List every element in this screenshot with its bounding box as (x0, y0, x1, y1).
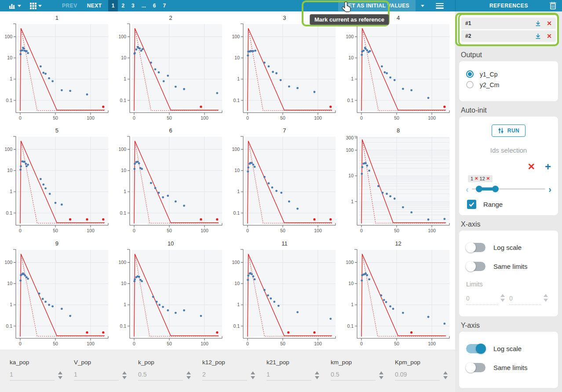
subplot-canvas[interactable]: 300100101050100 (344, 135, 453, 236)
page-button-2[interactable]: 2 (118, 0, 128, 11)
param-spinner[interactable] (315, 371, 319, 379)
xaxis-log-scale-toggle[interactable] (466, 243, 485, 252)
subplot-canvas[interactable]: 1001010.1050100 (3, 135, 111, 236)
subplot-canvas[interactable]: 1001010.1050100 (117, 22, 225, 123)
subplot-1[interactable]: 11001010.1050100 (0, 11, 114, 124)
subplot-canvas[interactable]: 1001010.1050100 (344, 248, 453, 349)
param-spinner[interactable] (186, 371, 191, 379)
param-input[interactable]: 1 (74, 371, 119, 381)
subplot-2[interactable]: 21001010.1050100 (114, 11, 228, 124)
add-selection-icon[interactable]: + (545, 162, 551, 172)
chart-type-button[interactable] (9, 3, 21, 9)
spin-up-icon[interactable] (251, 371, 255, 374)
subplot-canvas[interactable]: 1001010.1050100 (230, 22, 339, 123)
spin-down-icon[interactable] (443, 376, 448, 379)
spin-up-icon[interactable] (315, 371, 319, 374)
page-button-1[interactable]: 1 (108, 0, 118, 11)
xaxis-limit-min-input[interactable]: 0 (466, 295, 498, 305)
param-spinner[interactable] (251, 371, 255, 379)
param-input[interactable]: 2 (202, 371, 247, 381)
spin-up-icon[interactable] (186, 371, 191, 374)
chevron-right-icon[interactable]: › (547, 185, 553, 194)
spin-up-icon[interactable] (544, 294, 548, 297)
spin-down-icon[interactable] (500, 299, 505, 302)
subplot-11[interactable]: 111001010.1050100 (228, 237, 342, 350)
page-button-...[interactable]: ... (138, 0, 150, 11)
subplot-canvas[interactable]: 1001010.1050100 (230, 248, 339, 349)
subplot-9[interactable]: 91001010.1050100 (0, 237, 114, 350)
slider-track[interactable] (472, 188, 546, 190)
set-initial-dropdown-button[interactable] (416, 0, 430, 11)
subplot-12[interactable]: 121001010.1050100 (341, 237, 455, 350)
param-input[interactable]: 1 (266, 371, 311, 381)
subplot-10[interactable]: 101001010.1050100 (114, 237, 228, 350)
radio-icon[interactable] (466, 81, 474, 88)
svg-text:10: 10 (348, 173, 354, 179)
menu-button[interactable] (436, 3, 444, 9)
spin-down-icon[interactable] (544, 299, 548, 302)
subplot-canvas[interactable]: 1001010.1050100 (3, 248, 111, 349)
download-icon[interactable] (535, 33, 541, 40)
remove-reference-icon[interactable]: ✕ (547, 33, 552, 39)
tag-remove-icon[interactable]: ✕ (474, 176, 478, 181)
run-button[interactable]: RUN (492, 125, 526, 137)
page-button-6[interactable]: 6 (150, 0, 160, 11)
subplot-canvas[interactable]: 1001010.1050100 (117, 135, 225, 236)
xaxis-limit-max-input[interactable]: 0 (509, 295, 541, 305)
param-input[interactable]: 1 (10, 371, 55, 381)
param-input[interactable]: 0.09 (395, 371, 440, 381)
param-spinner[interactable] (58, 371, 62, 379)
spin-down-icon[interactable] (58, 376, 62, 379)
subplot-canvas[interactable]: 1001010.1050100 (344, 22, 453, 123)
page-button-7[interactable]: 7 (159, 0, 169, 11)
trash-button[interactable] (549, 1, 557, 11)
subplot-canvas[interactable]: 1001010.1050100 (230, 135, 339, 236)
svg-text:0: 0 (246, 115, 249, 121)
subplot-canvas[interactable]: 1001010.1050100 (3, 22, 111, 123)
clear-selection-icon[interactable]: ✕ (527, 162, 535, 172)
layout-grid-button[interactable] (30, 3, 42, 9)
next-button[interactable]: NEXT (87, 3, 102, 9)
subplot-title: 4 (397, 14, 400, 22)
spin-down-icon[interactable] (251, 376, 255, 379)
page-button-3[interactable]: 3 (128, 0, 138, 11)
param-spinner[interactable] (122, 371, 127, 379)
subplot-3[interactable]: 31001010.1050100 (228, 11, 342, 124)
set-as-initial-values-button[interactable]: SET AS INITIAL VALUES (338, 0, 416, 11)
limit-max-spinner[interactable] (544, 294, 548, 302)
spin-up-icon[interactable] (379, 371, 383, 374)
yaxis-same-limits-toggle[interactable] (466, 363, 485, 372)
spin-up-icon[interactable] (122, 371, 127, 374)
spin-down-icon[interactable] (315, 376, 319, 379)
yaxis-log-scale-toggle[interactable] (466, 344, 485, 353)
subplot-8[interactable]: 8300100101050100 (341, 124, 455, 237)
param-input[interactable]: 0.5 (138, 371, 183, 381)
remove-reference-icon[interactable]: ✕ (547, 20, 552, 26)
radio-icon[interactable] (466, 70, 474, 78)
tag-remove-icon[interactable]: ✕ (486, 176, 490, 181)
spin-up-icon[interactable] (58, 371, 62, 374)
spin-down-icon[interactable] (379, 376, 383, 379)
subplot-canvas[interactable]: 1001010.1050100 (117, 248, 225, 349)
param-spinner[interactable] (379, 371, 383, 379)
limit-min-spinner[interactable] (500, 294, 505, 302)
download-icon[interactable] (535, 20, 541, 27)
slider-handle-min[interactable] (476, 186, 482, 192)
spin-up-icon[interactable] (443, 371, 448, 374)
subplot-4[interactable]: 41001010.1050100 (341, 11, 455, 124)
output-option-y2_Cm[interactable]: y2_Cm (466, 81, 551, 88)
spin-up-icon[interactable] (500, 294, 505, 297)
chevron-left-icon[interactable]: ‹ (464, 185, 470, 194)
subplot-6[interactable]: 61001010.1050100 (114, 124, 228, 237)
slider-handle-max[interactable] (492, 186, 499, 192)
xaxis-same-limits-toggle[interactable] (466, 262, 485, 271)
output-option-y1_Cp[interactable]: y1_Cp (466, 70, 551, 78)
prev-button[interactable]: PREV (62, 3, 77, 9)
spin-down-icon[interactable] (122, 376, 127, 379)
range-checkbox[interactable] (467, 200, 476, 209)
subplot-7[interactable]: 71001010.1050100 (228, 124, 342, 237)
param-spinner[interactable] (443, 371, 448, 379)
subplot-5[interactable]: 51001010.1050100 (0, 124, 114, 237)
spin-down-icon[interactable] (186, 376, 191, 379)
param-input[interactable]: 0.5 (331, 371, 376, 381)
